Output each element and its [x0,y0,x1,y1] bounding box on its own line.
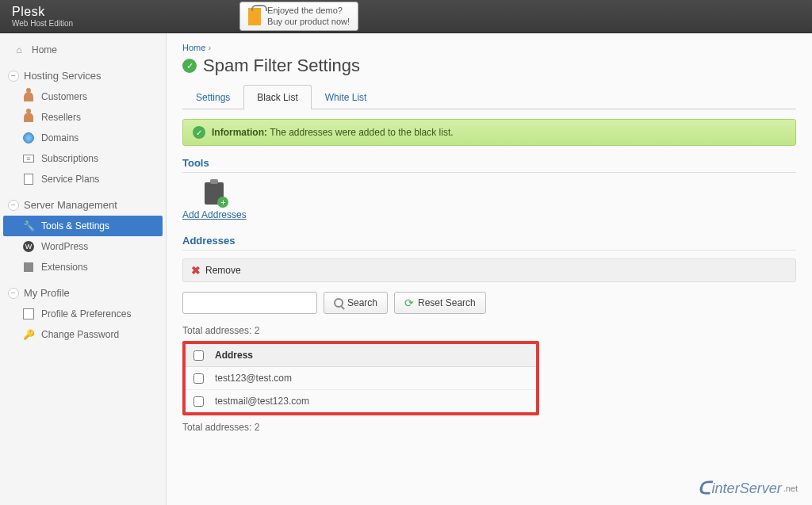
cart-icon [248,10,261,23]
clipboard-add-icon [201,181,227,206]
breadcrumb-sep: › [208,43,211,52]
promo-button[interactable]: Enjoyed the demo? Buy our product now! [239,2,358,30]
nav-extensions[interactable]: Extensions [0,257,166,277]
promo-text: Enjoyed the demo? Buy our product now! [267,6,350,26]
sidebar: ⌂ Home − Hosting Services Customers Rese… [0,33,167,505]
add-addresses-label: Add Addresses [182,209,247,220]
page-title-row: ✓ Spam Filter Settings [182,55,796,76]
footer-brand: ᑕ interServer .net [698,478,798,499]
total-bottom: Total addresses: 2 [182,422,796,433]
extension-icon [22,261,35,274]
table-header: Address [186,344,536,367]
toolbar: ✖ Remove [182,258,796,282]
nav-profile-prefs[interactable]: Profile & Preferences [0,304,166,324]
main-content: Home › ✓ Spam Filter Settings Settings B… [167,33,812,505]
select-all-checkbox[interactable] [193,350,204,361]
brand-name: Plesk [12,5,73,19]
nav-wordpress[interactable]: W WordPress [0,236,166,257]
cell-address: test123@test.com [215,373,292,384]
nav-group-profile[interactable]: − My Profile [0,282,166,304]
check-icon: ✓ [193,126,205,139]
nav-domains[interactable]: Domains [0,128,166,148]
key-icon: 🔑 [22,328,35,341]
profile-icon [22,308,35,320]
tabs: Settings Black List White List [182,84,796,109]
collapse-icon[interactable]: − [8,200,19,211]
refresh-icon: ⟳ [404,296,414,309]
nav-customers[interactable]: Customers [0,86,166,107]
brand-logo: Plesk Web Host Edition [12,5,73,28]
nav-group-hosting[interactable]: − Hosting Services [0,65,166,86]
nav-tools-settings[interactable]: 🔧 Tools & Settings [3,216,163,236]
nav-group-server[interactable]: − Server Management [0,194,166,216]
tab-blacklist[interactable]: Black List [243,85,311,109]
nav-service-plans[interactable]: Service Plans [0,169,166,189]
cell-address: testmail@test123.com [215,396,309,407]
home-icon: ⌂ [13,44,25,56]
remove-icon: ✖ [191,264,201,277]
table-row[interactable]: test123@test.com [186,367,536,390]
nav-home[interactable]: ⌂ Home [0,40,166,60]
collapse-icon[interactable]: − [8,288,19,299]
nav-subscriptions[interactable]: Subscriptions [0,148,166,169]
search-button[interactable]: Search [324,292,388,314]
person-icon [22,111,35,124]
wrench-icon: 🔧 [22,220,35,232]
total-top: Total addresses: 2 [182,325,796,336]
tab-whitelist[interactable]: White List [312,85,381,109]
wordpress-icon: W [22,240,35,253]
section-addresses-title: Addresses [182,235,796,251]
row-checkbox[interactable] [193,373,204,384]
reset-search-button[interactable]: ⟳ Reset Search [394,292,486,314]
top-header: Plesk Web Host Edition Enjoyed the demo?… [0,0,812,33]
search-row: Search ⟳ Reset Search [182,292,796,314]
tab-settings[interactable]: Settings [182,85,243,109]
col-address: Address [215,350,253,361]
section-tools-title: Tools [182,157,796,173]
collapse-icon[interactable]: − [8,71,19,82]
row-checkbox[interactable] [193,396,204,407]
search-input[interactable] [182,292,317,314]
subscription-icon [22,152,35,165]
remove-button[interactable]: Remove [205,265,241,276]
brand-edition: Web Host Edition [12,19,73,28]
check-icon: ✓ [182,59,197,73]
tools-row: Add Addresses [182,181,796,220]
brand-mark-icon: ᑕ [698,478,710,499]
nav-change-password[interactable]: 🔑 Change Password [0,324,166,345]
plan-icon [22,173,35,186]
person-icon [22,90,35,103]
breadcrumb: Home › [182,43,796,52]
table-row[interactable]: testmail@test123.com [186,390,536,412]
address-table: Address test123@test.com testmail@test12… [182,341,539,415]
globe-icon [22,132,35,144]
search-icon [334,298,343,308]
breadcrumb-home[interactable]: Home [182,43,205,52]
info-message: ✓ Information: The addresses were added … [182,119,796,146]
nav-resellers[interactable]: Resellers [0,107,166,128]
page-title: Spam Filter Settings [203,55,360,76]
add-addresses-button[interactable]: Add Addresses [182,181,247,220]
